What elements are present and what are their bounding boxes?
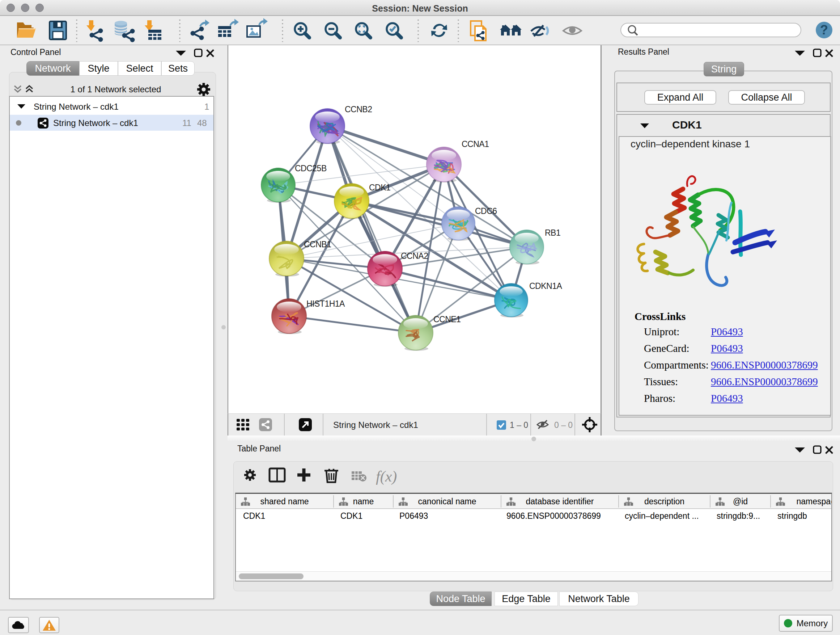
svg-text:0 – 0: 0 – 0 xyxy=(554,420,573,430)
svg-text:CDK1: CDK1 xyxy=(369,183,390,192)
svg-text:CCNA2: CCNA2 xyxy=(401,251,428,261)
svg-text:CDC6: CDC6 xyxy=(475,206,497,216)
svg-text:CCNB1: CCNB1 xyxy=(304,240,331,249)
svg-text:String Network – cdk1: String Network – cdk1 xyxy=(333,420,418,430)
svg-text:CDC25B: CDC25B xyxy=(295,164,327,173)
svg-text:CCNB2: CCNB2 xyxy=(345,105,372,114)
svg-text:CCNA1: CCNA1 xyxy=(462,139,489,149)
svg-text:HIST1H1A: HIST1H1A xyxy=(306,299,345,309)
svg-text:1 – 0: 1 – 0 xyxy=(510,420,528,430)
svg-text:RB1: RB1 xyxy=(545,228,561,238)
svg-text:CCNE1: CCNE1 xyxy=(433,315,461,324)
svg-text:CDKN1A: CDKN1A xyxy=(529,281,562,291)
